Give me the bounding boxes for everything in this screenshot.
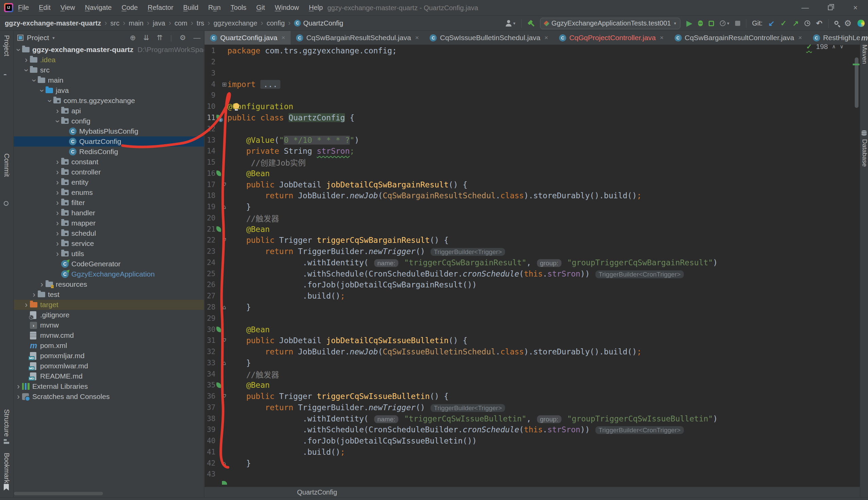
- fold-end-icon[interactable]: ⌂: [223, 203, 226, 210]
- prev-problem-icon[interactable]: ∧: [832, 44, 836, 50]
- menu-file[interactable]: File: [18, 4, 29, 12]
- code-line-37[interactable]: 37 return TriggerBuilder.newTrigger() Tr…: [204, 402, 860, 413]
- git-commit-button[interactable]: ✓: [780, 19, 786, 28]
- code-editor[interactable]: 1package com.trs.ggzyexchange.config;234…: [204, 45, 860, 487]
- code-line-27[interactable]: 27 .build();: [204, 291, 860, 302]
- chevron-collapsed-icon[interactable]: ›: [54, 158, 61, 167]
- database-icon[interactable]: [861, 130, 867, 136]
- close-tab-icon[interactable]: ×: [544, 34, 548, 42]
- tree-item-ggzy-exchange-master-quartz[interactable]: ›ggzy-exchange-master-quartzD:\ProgramWo…: [14, 45, 204, 55]
- search-everywhere-button[interactable]: [834, 21, 838, 25]
- code-line-2[interactable]: 2: [204, 56, 860, 68]
- tree-item-service[interactable]: ›service: [14, 238, 204, 249]
- menu-navigate[interactable]: Navigate: [85, 4, 112, 12]
- menu-window[interactable]: Window: [275, 4, 299, 12]
- chevron-collapsed-icon[interactable]: ›: [54, 219, 61, 228]
- fold-collapse-icon[interactable]: ⌂: [223, 181, 226, 188]
- restore-button[interactable]: [818, 0, 843, 16]
- code-line-42[interactable]: 42⌂ }: [204, 457, 860, 469]
- code-line-28[interactable]: 28⌂ }: [204, 302, 860, 313]
- chevron-collapsed-icon[interactable]: ›: [54, 188, 61, 197]
- git-push-button[interactable]: ↗: [793, 19, 799, 28]
- spring-bean-gutter-icon[interactable]: [216, 382, 222, 388]
- chevron-collapsed-icon[interactable]: ›: [22, 55, 30, 65]
- chevron-collapsed-icon[interactable]: ›: [54, 198, 61, 207]
- expand-all-button[interactable]: ⇊: [143, 34, 149, 42]
- code-line-38[interactable]: 38 .withIdentity( name: "triggerCqSwIssu…: [204, 413, 860, 424]
- chevron-collapsed-icon[interactable]: ›: [38, 280, 46, 289]
- tree-item-enums[interactable]: ›enums: [14, 188, 204, 197]
- profiler-button[interactable]: ▾: [720, 20, 729, 26]
- editor-breadcrumb-bottom[interactable]: QuartzConfig: [204, 487, 860, 497]
- commit-stripe-icon[interactable]: [4, 201, 9, 206]
- debug-button[interactable]: [698, 20, 703, 26]
- code-line-30[interactable]: 30 @Bean: [204, 324, 860, 335]
- code-line-12[interactable]: 12: [204, 123, 860, 134]
- tool-stripe-structure[interactable]: Structure: [3, 409, 11, 437]
- git-update-button[interactable]: ↙: [769, 19, 775, 28]
- tree-item-resources[interactable]: ›resources: [14, 279, 204, 289]
- breadcrumb-item-com[interactable]: com: [174, 19, 187, 27]
- code-line-41[interactable]: 41 .build();: [204, 446, 860, 458]
- tab-quartzconfig-java[interactable]: CQuartzConfig.java×: [204, 31, 291, 45]
- chevron-collapsed-icon[interactable]: ›: [54, 239, 61, 248]
- chevron-expanded-icon[interactable]: ›: [45, 97, 54, 104]
- code-line-25[interactable]: 25 .withSchedule(CronScheduleBuilder.cro…: [204, 268, 860, 279]
- tree-item-codegenerator[interactable]: CCodeGenerator: [14, 259, 204, 269]
- tab-cqgqprojectcontroller-java[interactable]: CCqGqProjectController.java×: [554, 31, 669, 45]
- tree-item-constant[interactable]: ›constant: [14, 157, 204, 167]
- breadcrumb-item-src[interactable]: src: [110, 19, 120, 27]
- tree-item-gitignore[interactable]: .gitignore: [14, 310, 204, 320]
- build-button[interactable]: [527, 20, 534, 27]
- tree-item-com-trs-ggzyexchange[interactable]: ›com.trs.ggzyexchange: [14, 95, 204, 106]
- code-line-40[interactable]: 40 .forJob(jobDetailCqSwIssueBulletin()): [204, 435, 860, 446]
- chevron-expanded-icon[interactable]: ›: [30, 77, 39, 84]
- spring-config-gutter-icon[interactable]: [216, 115, 222, 121]
- run-button[interactable]: ▶: [686, 19, 692, 28]
- chevron-collapsed-icon[interactable]: ›: [15, 392, 22, 401]
- code-line-14[interactable]: 14 private String strSron;: [204, 146, 860, 157]
- code-line-29[interactable]: 29: [204, 312, 860, 324]
- rollback-button[interactable]: ↶: [816, 19, 822, 28]
- code-line-31[interactable]: 31⌂ public JobDetail jobDetailCqSwIssueB…: [204, 335, 860, 346]
- next-problem-icon[interactable]: ∨: [840, 44, 844, 50]
- chevron-collapsed-icon[interactable]: ›: [54, 249, 61, 259]
- fold-collapse-icon[interactable]: ⌂: [223, 337, 226, 344]
- code-line-36[interactable]: 36⌂ public Trigger triggerCqSwIssueBulle…: [204, 391, 860, 402]
- tree-item-pom-xml[interactable]: mpom.xml: [14, 340, 204, 351]
- menu-build[interactable]: Build: [183, 4, 198, 12]
- code-line-4[interactable]: 4⊞import ...: [204, 79, 860, 90]
- code-with-me-button[interactable]: ▾: [506, 20, 516, 26]
- code-line-17[interactable]: 17⌂ public JobDetail jobDetailCqSwBargai…: [204, 179, 860, 190]
- tree-item-target[interactable]: ›target: [14, 300, 204, 310]
- tree-item-java[interactable]: ›java: [14, 86, 204, 95]
- code-line-39[interactable]: 39 .withSchedule(CronScheduleBuilder.cro…: [204, 424, 860, 435]
- tree-item-idea[interactable]: ›.idea: [14, 55, 204, 65]
- breadcrumb-class[interactable]: QuartzConfig: [297, 488, 337, 496]
- code-line-26[interactable]: 26 .forJob(jobDetailCqSwBargainResult()): [204, 279, 860, 291]
- hide-panel-button[interactable]: —: [193, 34, 200, 42]
- breadcrumb-item-ggzy-exchange-master-quartz[interactable]: ggzy-exchange-master-quartz: [5, 19, 101, 27]
- tree-item-utils[interactable]: ›utils: [14, 249, 204, 259]
- tree-item-mvnw-cmd[interactable]: mvnw.cmd: [14, 330, 204, 340]
- code-line-11[interactable]: 11public class QuartzConfig {: [204, 112, 860, 124]
- breadcrumb-item-trs[interactable]: trs: [197, 19, 204, 27]
- close-tab-icon[interactable]: ×: [660, 34, 664, 42]
- fold-collapse-icon[interactable]: ⌂: [223, 393, 226, 400]
- tree-item-redisconfig[interactable]: CRedisConfig: [14, 147, 204, 157]
- maven-icon[interactable]: m: [861, 34, 868, 43]
- intention-bulb-icon[interactable]: [234, 103, 239, 109]
- tree-item-api[interactable]: ›api: [14, 106, 204, 116]
- breadcrumb-item-config[interactable]: config: [267, 19, 284, 27]
- breadcrumb-item-main[interactable]: main: [129, 19, 143, 27]
- panel-settings-button[interactable]: ⚙: [179, 34, 186, 42]
- tree-item-main[interactable]: ›main: [14, 75, 204, 86]
- fold-end-icon[interactable]: ⌂: [223, 304, 226, 310]
- chevron-expanded-icon[interactable]: ›: [22, 66, 31, 74]
- chevron-collapsed-icon[interactable]: ›: [54, 208, 61, 218]
- menu-refactor[interactable]: Refactor: [148, 4, 173, 12]
- structure-stripe-icon[interactable]: [4, 439, 9, 444]
- stop-button[interactable]: [735, 21, 740, 26]
- tree-item-mvnw[interactable]: ›mvnw: [14, 320, 204, 330]
- chevron-collapsed-icon[interactable]: ›: [22, 300, 30, 309]
